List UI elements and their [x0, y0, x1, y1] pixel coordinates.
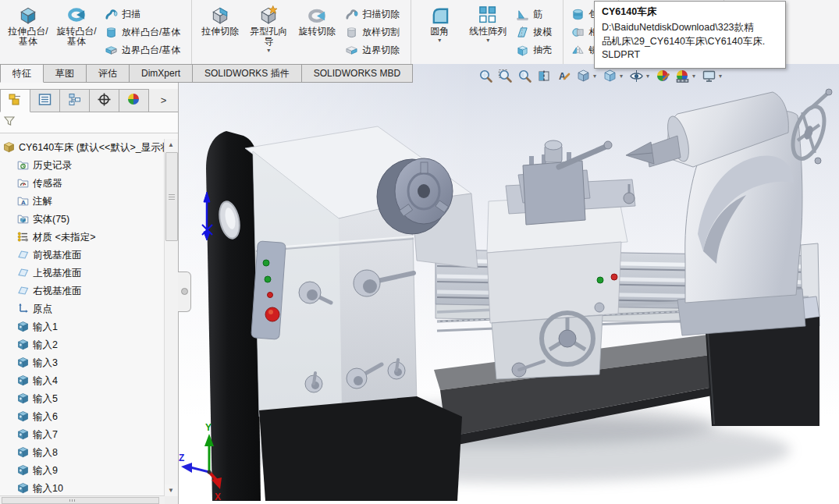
tree-item[interactable]: 传感器 [0, 175, 165, 193]
dropdown-arrow-icon[interactable]: ▾ [646, 73, 649, 80]
zoom-to-fit-button[interactable] [476, 67, 496, 85]
configurationmanager-tab[interactable] [60, 89, 90, 112]
section-view-button[interactable] [535, 67, 554, 85]
tab-SOLIDWORKS MBD[interactable]: SOLIDWORKS MBD [302, 64, 413, 83]
propertymanager-tab[interactable] [30, 89, 60, 112]
scrollbar-corner [165, 496, 178, 504]
featuremanager-tab[interactable] [0, 89, 30, 112]
view-settings-button[interactable]: ▾ [699, 67, 726, 85]
panel-expand-arrow[interactable]: > [149, 89, 178, 112]
folder-annotations-icon: A [17, 195, 29, 209]
cmd-label: 拉伸凸台/基体 [5, 27, 51, 47]
tree-item[interactable]: 输入9 [0, 462, 165, 480]
tree-item[interactable]: 前视基准面 [0, 247, 165, 264]
cmd-rib-button[interactable]: 筋 [514, 6, 559, 23]
tab-DimXpert[interactable]: DimXpert [130, 64, 193, 83]
dimxpertmanager-tab[interactable] [90, 89, 119, 112]
apply-scene-button[interactable]: ▾ [673, 67, 699, 85]
model-canvas[interactable]: Y Z X [178, 64, 839, 504]
tree-item[interactable]: 输入5 [0, 390, 165, 408]
tree-item[interactable]: 上视基准面 [0, 264, 165, 282]
tree-item[interactable]: 输入6 [0, 408, 165, 426]
tree-item-label: 输入4 [33, 374, 58, 388]
lathe-model: Y Z X [179, 89, 832, 502]
import-icon [17, 428, 29, 442]
tree-item[interactable]: 历史记录 [0, 157, 165, 175]
tree-item[interactable]: 右视基准面 [0, 282, 165, 300]
shell-icon [516, 44, 529, 57]
cmd-revolve-cut-button[interactable]: 旋转切除 [293, 2, 341, 62]
dropdown-arrow-icon[interactable]: ▾ [692, 73, 695, 80]
cmd-loft-cut-button[interactable]: 放样切割 [343, 24, 407, 41]
file-tooltip: CY6140车床 D:\BaiduNetdiskDownload\323款精 品… [594, 1, 786, 69]
tree-item[interactable]: 原点 [0, 300, 165, 318]
cmd-shell-button[interactable]: 抽壳 [514, 42, 559, 59]
tree-item[interactable]: 输入3 [0, 354, 165, 372]
zoom-to-area-button[interactable] [496, 67, 515, 85]
configurationmanager-icon [67, 92, 82, 110]
view-orientation-button[interactable]: ▾ [574, 67, 600, 85]
displaymanager-tab[interactable] [119, 89, 149, 112]
dropdown-arrow-icon[interactable]: ▾ [267, 48, 270, 54]
hscrollbar-thumb[interactable] [2, 497, 159, 504]
tree-item[interactable]: 输入7 [0, 426, 165, 444]
tree-item[interactable]: 输入1 [0, 318, 165, 336]
dropdown-arrow-icon[interactable]: ▾ [438, 37, 441, 44]
tree-item-label: CY6140车床 (默认<<默认>_显示状态 [19, 141, 165, 154]
graphics-area[interactable]: Y Z X [178, 64, 839, 504]
cmd-label: 边界切除 [362, 44, 400, 57]
edit-appearance-button[interactable] [653, 67, 673, 85]
panel-splitter-handle[interactable] [178, 272, 191, 312]
triad-x-label: X [215, 492, 221, 502]
tab-SOLIDWORKS 插件[interactable]: SOLIDWORKS 插件 [193, 64, 302, 83]
tree-item-label: 输入9 [33, 464, 58, 477]
tree-item[interactable]: 实体(75) [0, 211, 165, 229]
scrollbar-thumb[interactable] [165, 152, 178, 241]
cmd-fillet-button[interactable]: 圆角▾ [415, 2, 464, 62]
cmd-boundary-cut-button[interactable]: 边界切除 [343, 42, 407, 59]
cmd-sweep-cut-button[interactable]: 扫描切除 [343, 6, 407, 23]
tree-item[interactable]: 输入4 [0, 372, 165, 390]
hole-wizard-icon [258, 5, 279, 25]
tree-item[interactable]: 输入10 [0, 480, 165, 496]
cmd-sweep-button[interactable]: 扫描 [102, 6, 187, 23]
dropdown-arrow-icon[interactable]: ▾ [486, 37, 489, 44]
cmd-boss-extrude-button[interactable]: 拉伸凸台/基体 [4, 2, 52, 62]
dropdown-arrow-icon[interactable]: ▾ [593, 73, 596, 80]
annotation-visibility-button[interactable]: A [554, 67, 574, 85]
tree-item[interactable]: A注解 [0, 193, 165, 211]
tree-item[interactable]: 材质 <未指定> [0, 229, 165, 247]
feature-manager-panel: > CY6140车床 (默认<<默认>_显示状态历史记录传感器A注解实体(75)… [0, 83, 179, 504]
tab-评估[interactable]: 评估 [87, 64, 130, 83]
cmd-hole-wizard-button[interactable]: 异型孔向导▾ [244, 2, 293, 62]
tree-root-item[interactable]: CY6140车床 (默认<<默认>_显示状态 [0, 139, 165, 157]
dropdown-arrow-icon[interactable]: ▾ [620, 73, 623, 80]
previous-view-button[interactable] [515, 67, 535, 85]
scroll-down-arrow[interactable]: ▼ [165, 484, 177, 496]
tab-草图[interactable]: 草图 [44, 64, 87, 83]
scroll-up-arrow[interactable]: ▲ [165, 139, 177, 151]
command-group: 拉伸凸台/基体旋转凸台/基体扫描放样凸台/基体边界凸台/基体 [0, 0, 191, 64]
displaymanager-icon [126, 92, 141, 110]
tree-item[interactable]: 输入8 [0, 444, 165, 462]
cmd-linear-pattern-button[interactable]: 线性阵列▾ [464, 2, 512, 62]
hide-show-items-button[interactable]: ▾ [627, 67, 653, 85]
filter-bar[interactable] [0, 112, 178, 133]
cmd-revolve-button[interactable]: 旋转凸台/基体 [52, 2, 101, 62]
tab-特征[interactable]: 特征 [0, 64, 44, 83]
intersect-icon [571, 26, 585, 39]
tree-horizontal-scrollbar[interactable] [0, 495, 165, 504]
cmd-draft-button[interactable]: 拔模 [514, 24, 559, 41]
dropdown-arrow-icon[interactable]: ▾ [719, 73, 722, 80]
cmd-boundary-button[interactable]: 边界凸台/基体 [102, 42, 187, 59]
command-group: 圆角▾线性阵列▾筋拔模抽壳 [411, 0, 563, 64]
tree-item[interactable]: 输入2 [0, 336, 165, 354]
tree-item-label: 输入1 [33, 321, 58, 334]
feature-tree: CY6140车床 (默认<<默认>_显示状态历史记录传感器A注解实体(75)材质… [0, 139, 165, 496]
display-style-button[interactable]: ▾ [600, 67, 627, 85]
import-icon [17, 410, 29, 424]
cmd-cut-extrude-button[interactable]: 拉伸切除 [196, 2, 244, 62]
tree-vertical-scrollbar[interactable]: ▲ ▼ [164, 139, 178, 496]
tree-item-label: 输入6 [33, 410, 58, 424]
cmd-loft-button[interactable]: 放样凸台/基体 [102, 24, 187, 41]
